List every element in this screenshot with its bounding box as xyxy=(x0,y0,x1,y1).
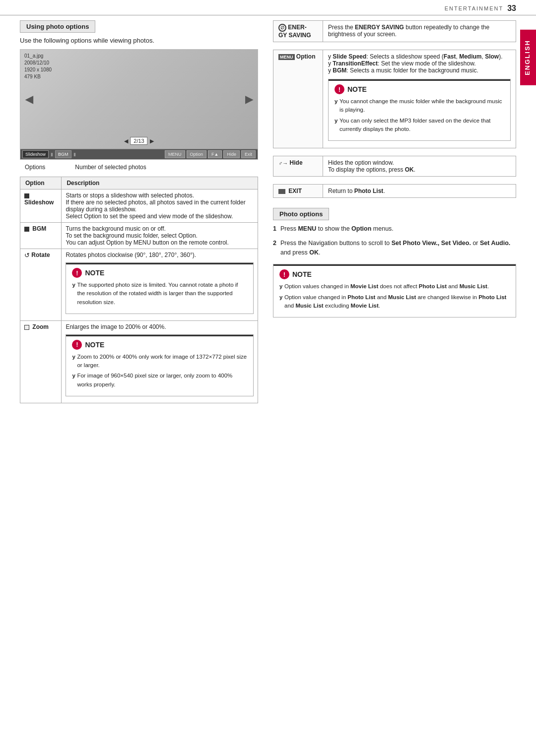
option-slideshow: Slideshow xyxy=(20,189,62,223)
note-zoom-box: ! NOTE Zoom to 200% or 400% only work fo… xyxy=(66,334,254,396)
note-label: NOTE xyxy=(347,85,367,93)
toolbar-bgm[interactable]: BGM xyxy=(55,150,71,158)
slideshow-label: Slideshow xyxy=(24,199,54,206)
right-column: ∅ ENER-GY SAVING Press the ENERGY SAVING… xyxy=(273,20,516,403)
note-icon: ! xyxy=(72,268,82,278)
list-item: 2 Press the Navigation buttons to scroll… xyxy=(273,239,516,257)
toolbar-exit[interactable]: Exit xyxy=(241,150,256,158)
step-num-1: 1 xyxy=(273,224,276,234)
rotate-description: Rotates photos clockwise (90°, 180°, 270… xyxy=(62,249,258,321)
step-text-2: Press the Navigation buttons to scroll t… xyxy=(280,239,516,257)
note-bottom-title: ! NOTE xyxy=(279,269,510,279)
note-zoom-item-2: For image of 960×540 pixel size or large… xyxy=(72,372,247,389)
slideshow-desc-1: Starts or stops a slideshow with selecte… xyxy=(66,192,254,199)
col-option: Option xyxy=(20,177,62,189)
menu-option-desc-2: y TransitionEffect: Set the view mode of… xyxy=(328,60,511,67)
menu-option-desc: y Slide Speed: Selects a slideshow speed… xyxy=(323,50,516,148)
slideshow-description: Starts or stops a slideshow with selecte… xyxy=(62,189,258,223)
toolbar-slideshow[interactable]: Slideshow xyxy=(22,150,49,158)
step-text-1: Press MENU to show the Option menus. xyxy=(280,224,394,234)
photo-options-section: Photo options 1 Press MENU to show the O… xyxy=(273,208,516,317)
table-row: Zoom Enlarges the image to 200% or 400%.… xyxy=(20,320,258,403)
bgm-desc-3: You can adjust Option by MENU button on … xyxy=(66,239,254,246)
counter-value: 2/13 xyxy=(130,137,147,145)
slideshow-icon xyxy=(24,193,29,198)
menu-icon: MENU xyxy=(278,54,295,60)
note-rotate-item-1: The supported photo size is limited. You… xyxy=(72,281,247,307)
prev-count-arrow[interactable]: ◀ xyxy=(124,138,128,144)
photo-info: 01_a.jpg 2008/12/10 1920 x 1080 479 KB xyxy=(24,53,52,80)
energy-icon: ∅ xyxy=(278,24,286,32)
menu-option-table: MENU Option y Slide Speed: Selects a sli… xyxy=(273,50,516,148)
bgm-icon xyxy=(24,227,29,232)
hide-label-cell: ♂→ Hide xyxy=(273,156,323,177)
note-icon: ! xyxy=(279,269,289,279)
hide-label: Hide xyxy=(290,159,303,166)
toolbar-menu[interactable]: MENU xyxy=(165,150,185,158)
photo-options-heading: Photo options xyxy=(273,208,329,220)
photo-resolution: 1920 x 1080 xyxy=(24,66,52,73)
photo-date: 2008/12/10 xyxy=(24,60,52,66)
option-zoom: Zoom xyxy=(20,320,62,403)
zoom-desc-1: Enlarges the image to 200% or 400%. xyxy=(66,323,254,330)
zoom-icon xyxy=(24,325,29,330)
menu-option-label-cell: MENU Option xyxy=(273,50,323,148)
exit-table: EXIT Return to Photo List. xyxy=(273,184,516,198)
menu-option-label: Option xyxy=(296,53,316,60)
energy-saving-desc: Press the ENERGY SAVING button repeatedl… xyxy=(323,21,516,42)
note-label: NOTE xyxy=(85,269,104,277)
left-column: Using photo options Use the following op… xyxy=(20,20,258,403)
photo-viewer-inner: 01_a.jpg 2008/12/10 1920 x 1080 479 KB ◀… xyxy=(20,50,258,149)
note-label: NOTE xyxy=(85,341,104,349)
table-row: ↺ Rotate Rotates photos clockwise (90°, … xyxy=(20,249,258,321)
photo-viewer: 01_a.jpg 2008/12/10 1920 x 1080 479 KB ◀… xyxy=(20,49,258,160)
step-num-2: 2 xyxy=(273,239,276,257)
exit-row: EXIT Return to Photo List. xyxy=(273,185,516,198)
toolbar-sep1: ▮ xyxy=(50,152,54,157)
rotate-label: Rotate xyxy=(31,252,50,258)
bgm-desc-2: To set the background music folder, sele… xyxy=(66,232,254,239)
note-zoom-item-1: Zoom to 200% or 400% only work for image… xyxy=(72,353,247,370)
note-menu-title: ! NOTE xyxy=(335,84,504,94)
toolbar-hide[interactable]: Hide xyxy=(223,150,240,158)
toolbar-fa[interactable]: F▲ xyxy=(208,150,222,158)
next-arrow[interactable]: ▶ xyxy=(245,93,253,105)
note-bottom-item-2: Option value changed in Photo List and M… xyxy=(279,293,510,311)
note-line xyxy=(66,335,253,336)
note-icon: ! xyxy=(335,84,344,94)
section-label: ENTERTAINMENT xyxy=(445,5,504,11)
note-rotate-title: ! NOTE xyxy=(72,268,247,278)
option-bgm: BGM xyxy=(20,223,62,249)
note-line xyxy=(329,79,510,81)
note-label: NOTE xyxy=(292,270,312,278)
next-count-arrow[interactable]: ▶ xyxy=(150,138,154,144)
slideshow-desc-2: If there are no selected photos, all pho… xyxy=(66,199,254,213)
labels-row: Options Number of selected photos xyxy=(20,164,258,171)
hide-desc: Hides the option window. To display the … xyxy=(323,156,516,177)
prev-arrow[interactable]: ◀ xyxy=(25,93,33,105)
slideshow-desc-3: Select Option to set the speed and view … xyxy=(66,213,254,220)
hide-icon: ♂→ xyxy=(278,160,288,166)
english-tab: ENGLISH xyxy=(520,30,536,85)
photo-counter: ◀ 2/13 ▶ xyxy=(124,137,153,145)
main-content: Using photo options Use the following op… xyxy=(0,20,536,403)
menu-option-desc-3: y BGM: Selects a music folder for the ba… xyxy=(328,67,511,74)
note-line xyxy=(273,264,516,266)
photo-options-list: 1 Press MENU to show the Option menus. 2… xyxy=(273,224,516,257)
note-rotate-box: ! NOTE The supported photo size is limit… xyxy=(66,262,254,314)
label-number: Number of selected photos xyxy=(75,164,146,171)
exit-label-cell: EXIT xyxy=(273,185,323,198)
rotate-desc-1: Rotates photos clockwise (90°, 180°, 270… xyxy=(66,252,254,258)
using-photo-options-heading: Using photo options xyxy=(20,20,95,33)
option-rotate: ↺ Rotate xyxy=(20,249,62,321)
options-table: Option Description Slideshow Starts or s… xyxy=(20,177,258,403)
label-options: Options xyxy=(25,164,45,171)
toolbar-sep2: ▮ xyxy=(73,152,76,157)
zoom-label: Zoom xyxy=(32,323,49,330)
page-number: 33 xyxy=(507,4,516,13)
exit-label: EXIT xyxy=(288,188,302,194)
toolbar-option[interactable]: Option xyxy=(187,150,207,158)
note-menu-box: ! NOTE You cannot change the music folde… xyxy=(328,79,511,141)
note-zoom-title: ! NOTE xyxy=(72,340,247,350)
table-row: Slideshow Starts or stops a slideshow wi… xyxy=(20,189,258,223)
